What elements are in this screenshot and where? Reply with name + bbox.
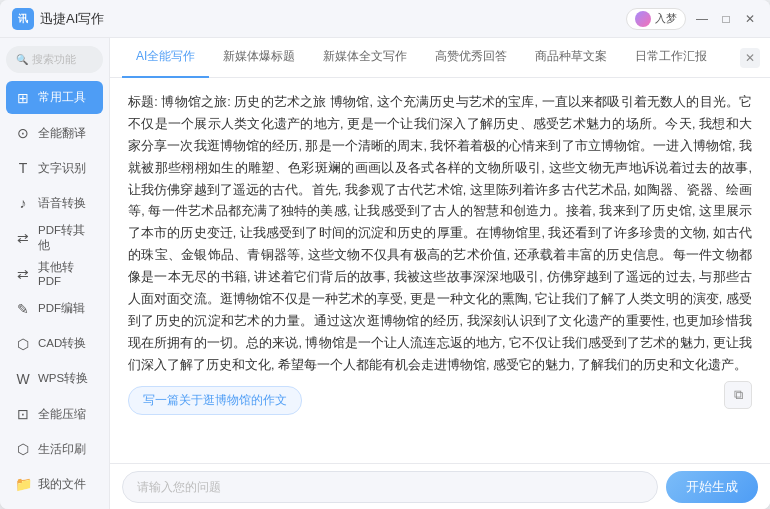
main-layout: 🔍 搜索功能 ⊞ 常用工具 ⊙ 全能翻译 T 文字识别 ♪ 语音转换 ⇄ PDF [0,38,770,509]
sidebar-item-label: CAD转换 [38,336,86,351]
sidebar-item-fanyi[interactable]: ⊙ 全能翻译 [6,116,103,149]
sidebar-search[interactable]: 🔍 搜索功能 [6,46,103,73]
tab-media-title[interactable]: 新媒体爆标题 [209,38,309,78]
tab-ai-write[interactable]: AI全能写作 [122,38,209,78]
tabs-bar: AI全能写作 新媒体爆标题 新媒体全文写作 高赞优秀回答 商品种草文案 日常工作… [110,38,770,78]
yuyin-icon: ♪ [14,195,32,211]
app-logo: 讯 [12,8,34,30]
myfiles-icon: 📁 [14,476,32,492]
search-icon: 🔍 [16,54,28,65]
other2pdf-icon: ⇄ [14,266,32,282]
sidebar-item-label: 语音转换 [38,196,86,211]
sidebar-item-label: 其他转PDF [38,260,95,287]
fanyi-icon: ⊙ [14,125,32,141]
user-label: 入梦 [655,11,677,26]
cad-icon: ⬡ [14,336,32,352]
close-button[interactable]: ✕ [742,11,758,27]
generate-button[interactable]: 开始生成 [666,471,758,503]
user-avatar-icon [635,11,651,27]
sidebar-item-zifu[interactable]: T 文字识别 [6,152,103,185]
search-placeholder-text: 搜索功能 [32,52,76,67]
sidebar-item-watermark[interactable]: ⬡ 生活印刷 [6,433,103,466]
sidebar: 🔍 搜索功能 ⊞ 常用工具 ⊙ 全能翻译 T 文字识别 ♪ 语音转换 ⇄ PDF [0,38,110,509]
app-window: 讯 迅捷AI写作 入梦 — □ ✕ 🔍 搜索功能 ⊞ 常用工具 ⊙ [0,0,770,509]
sidebar-item-pdfedit[interactable]: ✎ PDF编辑 [6,292,103,325]
wps-icon: W [14,371,32,387]
sidebar-item-compress[interactable]: ⊡ 全能压缩 [6,398,103,431]
sidebar-item-pdf2other[interactable]: ⇄ PDF转其他 [6,222,103,255]
compress-icon: ⊡ [14,406,32,422]
app-title: 迅捷AI写作 [40,10,626,28]
tab-media-full[interactable]: 新媒体全文写作 [309,38,421,78]
question-input[interactable] [122,471,658,503]
sidebar-item-label: 生活印刷 [38,442,86,457]
changyong-icon: ⊞ [14,90,32,106]
sidebar-item-label: WPS转换 [38,371,88,386]
sidebar-item-label: PDF编辑 [38,301,85,316]
sidebar-item-cad[interactable]: ⬡ CAD转换 [6,327,103,360]
sidebar-item-label: PDF转其他 [38,223,95,253]
tab-work-report[interactable]: 日常工作汇报 [621,38,721,78]
input-bar: 开始生成 [110,463,770,509]
pdf2other-icon: ⇄ [14,230,32,246]
content-wrapper: 标题: 博物馆之旅: 历史的艺术之旅 博物馆, 这个充满历史与艺术的宝库, 一直… [110,78,770,463]
titlebar: 讯 迅捷AI写作 入梦 — □ ✕ [0,0,770,38]
sidebar-item-other2pdf[interactable]: ⇄ 其他转PDF [6,257,103,290]
pdfedit-icon: ✎ [14,301,32,317]
main-content-scroll[interactable]: 标题: 博物馆之旅: 历史的艺术之旅 博物馆, 这个充满历史与艺术的宝库, 一直… [110,78,770,463]
sidebar-item-label: 我的文件 [38,477,86,492]
minimize-button[interactable]: — [694,11,710,27]
sidebar-item-wps[interactable]: W WPS转换 [6,362,103,395]
sidebar-item-changyong[interactable]: ⊞ 常用工具 [6,81,103,114]
content-area: AI全能写作 新媒体爆标题 新媒体全文写作 高赞优秀回答 商品种草文案 日常工作… [110,38,770,509]
tab-product[interactable]: 商品种草文案 [521,38,621,78]
sidebar-item-label: 全能压缩 [38,407,86,422]
article-text: 标题: 博物馆之旅: 历史的艺术之旅 博物馆, 这个充满历史与艺术的宝库, 一直… [128,92,752,376]
user-badge[interactable]: 入梦 [626,8,686,30]
tab-close-button[interactable]: ✕ [740,48,760,68]
sidebar-item-label: 常用工具 [38,90,86,105]
tab-praise[interactable]: 高赞优秀回答 [421,38,521,78]
watermark-icon: ⬡ [14,441,32,457]
sidebar-item-myfiles[interactable]: 📁 我的文件 [6,468,103,501]
maximize-button[interactable]: □ [718,11,734,27]
sidebar-item-yuyin[interactable]: ♪ 语音转换 [6,187,103,220]
sidebar-item-label: 全能翻译 [38,126,86,141]
sidebar-item-label: 文字识别 [38,161,86,176]
zifu-icon: T [14,160,32,176]
suggestion-button[interactable]: 写一篇关于逛博物馆的作文 [128,386,302,415]
window-controls: 入梦 — □ ✕ [626,8,758,30]
copy-button[interactable]: ⧉ [724,381,752,409]
